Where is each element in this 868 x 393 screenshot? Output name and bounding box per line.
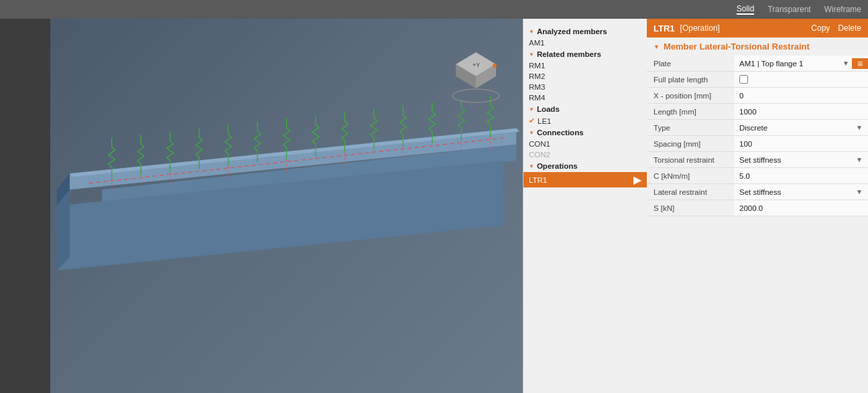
type-value[interactable]: Discrete ▼: [734, 120, 868, 135]
operation-label: [Operation]: [680, 23, 720, 33]
spacing-value[interactable]: 100: [734, 136, 868, 151]
tree-item-le1[interactable]: ✔ LE1: [523, 115, 647, 127]
panel-header: LTR1 [Operation] Copy Delete: [647, 19, 868, 37]
full-plate-value: [734, 72, 868, 87]
torsional-dropdown-arrow: ▼: [856, 156, 863, 163]
torsional-label: Torsional restraint: [647, 152, 734, 167]
loads-label: Loads: [537, 105, 560, 113]
delete-button[interactable]: Delete: [838, 23, 861, 33]
triangle-loads: ▼: [529, 106, 534, 112]
svg-point-21: [493, 64, 497, 68]
torsional-select[interactable]: Set stiffness ▼: [739, 156, 863, 164]
arrow-right-icon: ▶: [633, 173, 641, 186]
section-title-text: Member Lateral-Torsional Restraint: [664, 42, 810, 52]
xpos-label: X - position [mm]: [647, 88, 734, 103]
copy-button[interactable]: Copy: [811, 23, 830, 33]
prop-row-s: S [kN] 2000.0: [647, 200, 868, 216]
lateral-label: Lateral restraint: [647, 184, 734, 200]
operation-id: LTR1: [654, 23, 675, 33]
tree-item-rm4[interactable]: RM4: [523, 92, 647, 103]
svg-point-16: [452, 89, 499, 102]
s-value[interactable]: 2000.0: [734, 200, 868, 216]
spacing-label: Spacing [mm]: [647, 136, 734, 151]
full-plate-checkbox[interactable]: [739, 75, 748, 84]
connections-label: Connections: [537, 129, 584, 137]
plate-value: AM1 | Top flange 1 ▼ ≡: [734, 56, 868, 71]
prop-row-type: Type Discrete ▼: [647, 120, 868, 136]
section-triangle-icon: ▼: [654, 44, 660, 50]
prop-row-xpos: X - position [mm] 0: [647, 88, 868, 104]
tree-section-operations[interactable]: ▼ Operations: [523, 160, 647, 172]
tree-section-analyzed[interactable]: ▼ Analyzed members: [523, 25, 647, 37]
am1-label: AM1: [529, 39, 545, 47]
nav-cube[interactable]: +Y: [449, 46, 503, 99]
lateral-value[interactable]: Set stiffness ▼: [734, 184, 868, 200]
triangle-connections: ▼: [529, 130, 534, 136]
prop-row-full-plate: Full plate length: [647, 72, 868, 88]
plate-icon-button[interactable]: ≡: [852, 58, 868, 69]
tree-panel: ▼ Analyzed members AM1 ▼ Related members…: [523, 19, 647, 393]
prop-row-c: C [kNm/m] 5.0: [647, 168, 868, 184]
left-sidebar: [0, 19, 50, 393]
prop-row-lateral: Lateral restraint Set stiffness ▼: [647, 184, 868, 200]
tree-item-con2[interactable]: CON2: [523, 149, 647, 160]
s-label: S [kN]: [647, 200, 734, 216]
tree-item-rm2[interactable]: RM2: [523, 71, 647, 82]
length-label: Length [mm]: [647, 104, 734, 119]
check-icon: ✔: [529, 116, 535, 125]
lateral-select[interactable]: Set stiffness ▼: [739, 188, 863, 196]
tree-item-ltr1[interactable]: LTR1 ▶: [523, 172, 647, 187]
view-solid[interactable]: Solid: [737, 4, 755, 15]
type-select[interactable]: Discrete ▼: [739, 124, 863, 132]
panel-header-left: LTR1 [Operation]: [654, 23, 720, 33]
plate-dropdown-arrow[interactable]: ▼: [840, 57, 852, 70]
c-label: C [kNm/m]: [647, 168, 734, 183]
torsional-value[interactable]: Set stiffness ▼: [734, 152, 868, 167]
tree-section-loads[interactable]: ▼ Loads: [523, 103, 647, 115]
tree-item-rm1[interactable]: RM1: [523, 60, 647, 71]
tree-section-related[interactable]: ▼ Related members: [523, 48, 647, 60]
xpos-value[interactable]: 0: [734, 88, 868, 103]
tree-item-am1[interactable]: AM1: [523, 37, 647, 48]
panel-header-buttons: Copy Delete: [811, 23, 861, 33]
tree-item-rm3[interactable]: RM3: [523, 82, 647, 92]
analyzed-members-label: Analyzed members: [537, 27, 607, 35]
triangle-related: ▼: [529, 52, 534, 58]
view-transparent[interactable]: Transparent: [767, 5, 810, 14]
c-value[interactable]: 5.0: [734, 168, 868, 183]
properties-panel: LTR1 [Operation] Copy Delete ▼ Member La…: [647, 19, 868, 393]
properties-container: Plate AM1 | Top flange 1 ▼ ≡ Full plate …: [647, 56, 868, 216]
triangle-analyzed: ▼: [529, 29, 534, 35]
prop-row-plate: Plate AM1 | Top flange 1 ▼ ≡: [647, 56, 868, 72]
type-label: Type: [647, 120, 734, 135]
top-bar: Solid Transparent Wireframe: [0, 0, 868, 19]
length-value[interactable]: 1000: [734, 104, 868, 119]
svg-text:+Y: +Y: [473, 62, 480, 68]
view-wireframe[interactable]: Wireframe: [824, 5, 861, 14]
viewport[interactable]: +Y: [50, 19, 523, 393]
prop-row-length: Length [mm] 1000: [647, 104, 868, 120]
triangle-operations: ▼: [529, 163, 534, 169]
prop-row-spacing: Spacing [mm] 100: [647, 136, 868, 152]
full-plate-label: Full plate length: [647, 72, 734, 87]
plate-select[interactable]: AM1 | Top flange 1: [734, 57, 840, 70]
main-content: +Y ▼ Analyzed members AM1 ▼ Related memb…: [0, 19, 868, 393]
related-members-label: Related members: [537, 50, 601, 58]
section-title-row: ▼ Member Lateral-Torsional Restraint: [647, 37, 868, 56]
prop-row-torsional: Torsional restraint Set stiffness ▼: [647, 152, 868, 168]
lateral-dropdown-arrow: ▼: [856, 188, 863, 195]
plate-label: Plate: [647, 56, 734, 71]
type-dropdown-arrow: ▼: [856, 124, 863, 131]
tree-item-con1[interactable]: CON1: [523, 139, 647, 149]
operations-label: Operations: [537, 162, 578, 170]
tree-section-connections[interactable]: ▼ Connections: [523, 127, 647, 139]
